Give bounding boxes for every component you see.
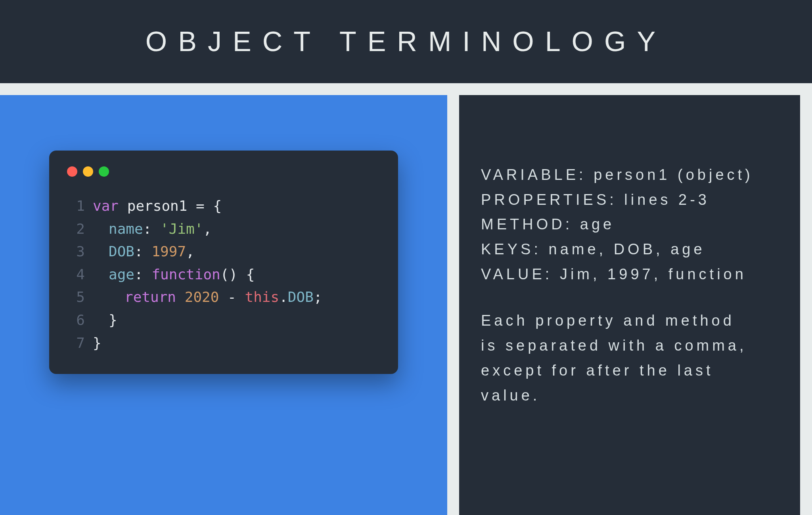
punct: = { [196,198,222,214]
term-properties: PROPERTIES: lines 2-3 [481,187,778,212]
this-keyword: this [245,289,279,305]
note-text: except for after the last [481,358,778,383]
code-line: 1 var person1 = { [63,195,384,217]
punct: } [109,312,117,328]
code-window: 1 var person1 = { 2 name: 'Jim', 3 DOB: … [49,151,398,374]
note-text: is separated with a comma, [481,333,778,358]
property-key: DOB [288,289,314,305]
keyword: var [93,198,119,214]
punct: - [219,289,245,305]
maximize-icon [99,166,109,177]
window-controls [67,166,384,177]
punct [176,289,185,305]
content-row: 1 var person1 = { 2 name: 'Jim', 3 DOB: … [0,83,812,515]
property-key: name [109,221,143,237]
code-line: 4 age: function() { [63,263,384,286]
punct: () { [220,266,255,282]
note-text: Each property and method [481,308,778,333]
punct: , [203,221,212,237]
note-block: Each property and method is separated wi… [481,308,778,408]
term-value: VALUE: Jim, 1997, function [481,262,778,287]
code-line: 7 } [63,332,384,355]
line-number: 4 [63,263,85,286]
line-number: 7 [63,332,85,355]
number: 2020 [185,289,219,305]
minimize-icon [83,166,93,177]
code-line: 5 return 2020 - this.DOB; [63,286,384,309]
line-number: 6 [63,309,85,332]
line-number: 5 [63,286,85,309]
terminology-panel: VARIABLE: person1 (object) PROPERTIES: l… [459,95,800,515]
property-key: DOB [109,243,134,259]
line-number: 3 [63,240,85,263]
punct: : [143,221,160,237]
punct: : [134,266,151,282]
line-number: 1 [63,195,85,217]
punct: } [93,335,102,351]
punct: ; [314,289,322,305]
code-panel: 1 var person1 = { 2 name: 'Jim', 3 DOB: … [0,95,447,515]
code-line: 3 DOB: 1997, [63,240,384,263]
code-block: 1 var person1 = { 2 name: 'Jim', 3 DOB: … [63,195,384,354]
punct: , [186,243,195,259]
term-keys: KEYS: name, DOB, age [481,237,778,262]
header-bar: OBJECT TERMINOLOGY [0,0,812,83]
number: 1997 [151,243,186,259]
note-text: value. [481,383,778,408]
keyword: return [124,289,176,305]
term-variable: VARIABLE: person1 (object) [481,162,778,187]
string: 'Jim' [160,221,203,237]
code-line: 2 name: 'Jim', [63,217,384,240]
line-number: 2 [63,217,85,240]
punct: . [279,289,288,305]
punct: : [134,243,151,259]
property-key: age [109,266,134,282]
page-title: OBJECT TERMINOLOGY [146,26,666,57]
identifier: person1 [119,198,196,214]
keyword: function [151,266,220,282]
code-line: 6 } [63,309,384,332]
close-icon [67,166,77,177]
term-method: METHOD: age [481,212,778,237]
